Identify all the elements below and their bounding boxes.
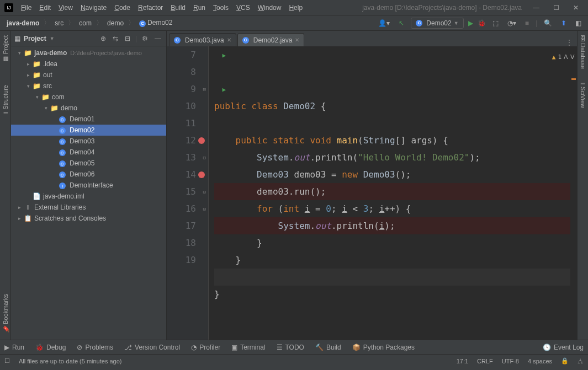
code-line[interactable]: System.out.println(i); [214,217,577,234]
tree-node[interactable]: IDemoInterface [11,180,166,191]
project-tree[interactable]: ▾📁java-demoD:\IdeaProjects\java-demo▸📁.i… [11,46,166,340]
memory-icon[interactable]: ⛼ [578,358,584,364]
indent-info[interactable]: 4 spaces [528,358,552,364]
menu-edit[interactable]: Edit [36,3,54,13]
profile-button[interactable]: ◔▾ [505,18,518,28]
structure-tool-button[interactable]: ⦀ Structure [2,85,9,114]
tool-window-todo[interactable]: ☰TODO [277,344,304,351]
collapse-all-icon[interactable]: ⊟ [123,35,132,42]
gear-icon[interactable]: ⚙ [140,35,150,42]
fold-icon[interactable]: ⊟ [203,200,206,217]
code-line[interactable]: Demo03 demo03 = new Demo03(); [214,166,577,183]
breadcrumb-item[interactable]: src [52,18,66,28]
expand-all-icon[interactable]: ⇆ [111,35,120,42]
tree-node[interactable]: CDemo03 [11,136,166,147]
close-button[interactable]: ✕ [568,4,584,12]
tree-node[interactable]: ▸📋Scratches and Consoles [11,213,166,224]
breakpoint-icon[interactable] [198,171,205,178]
breadcrumb-item[interactable]: com [77,18,94,28]
file-encoding[interactable]: UTF-8 [502,358,519,364]
prev-highlight-icon[interactable]: ᐱ [564,49,568,66]
coverage-button[interactable]: ⬚ [490,18,501,28]
bookmarks-tool-button[interactable]: 🔖 Bookmarks [2,294,9,333]
tree-node[interactable]: CDemo02 [11,125,166,136]
code-line[interactable] [214,303,577,320]
editor-scrollbar[interactable] [570,62,577,340]
tree-node[interactable]: CDemo04 [11,147,166,158]
code-line[interactable] [214,269,577,286]
select-opened-icon[interactable]: ⊕ [99,35,108,42]
breadcrumb-item[interactable]: CDemo02 [137,18,174,28]
line-separator[interactable]: CRLF [477,358,493,364]
tree-node[interactable]: CDemo05 [11,158,166,169]
back-icon[interactable]: ↖ [396,18,406,28]
status-indicator-icon[interactable]: ☐ [4,357,10,364]
code-content[interactable]: ▲ 1 ᐱ ᐯ public class Demo02 { public sta… [209,46,577,340]
close-tab-icon[interactable]: ✕ [227,37,231,43]
tree-node[interactable]: ▸📁out [11,69,166,81]
close-tab-icon[interactable]: ✕ [295,37,299,43]
sciview-tool-button[interactable]: ⦀ SciView [580,82,586,108]
stop-button[interactable]: ■ [523,18,531,28]
menu-build[interactable]: Build [167,3,189,13]
debug-button[interactable]: 🐞 [478,19,486,27]
code-line[interactable]: for (int i = 0; i < 3; i++) { [214,200,577,217]
read-only-icon[interactable]: 🔒 [561,357,569,364]
tree-node[interactable]: 📄java-demo.iml [11,191,166,202]
chevron-down-icon[interactable]: ▼ [50,36,55,41]
tool-window-terminal[interactable]: ▣Terminal [231,344,265,351]
database-tool-button[interactable]: 🗄 Database [580,35,586,69]
tree-node[interactable]: ▸📁.idea [11,58,166,69]
tree-node[interactable]: ▾📁java-demoD:\IdeaProjects\java-demo [11,47,166,58]
breakpoint-icon[interactable] [198,137,205,144]
tab-options-icon[interactable]: ⋮ [561,39,577,46]
code-line[interactable]: } [214,286,577,303]
maximize-button[interactable]: ☐ [548,4,564,12]
tool-window-problems[interactable]: ⊘Problems [77,344,113,351]
fold-icon[interactable]: ⊟ [203,149,206,166]
code-editor[interactable]: 7▶89▶⊟10111213⊟1415⊟16⊟171819 ▲ 1 ᐱ ᐯ pu… [167,46,577,340]
tool-window-build[interactable]: 🔨Build [315,344,341,351]
tree-node[interactable]: CDemo01 [11,114,166,125]
breadcrumb-item[interactable]: demo [105,18,126,28]
code-line[interactable]: public static void main(String[] args) { [214,132,577,149]
breadcrumb-item[interactable]: java-demo [4,18,41,28]
menu-refactor[interactable]: Refactor [135,3,166,13]
editor-gutter[interactable]: 7▶89▶⊟10111213⊟1415⊟16⊟171819 [167,46,209,340]
tool-window-profiler[interactable]: ◔Profiler [191,344,220,351]
tree-node[interactable]: ▾📁src [11,81,166,92]
run-button[interactable]: ▶ [468,19,473,27]
fold-icon[interactable]: ⊟ [203,183,206,200]
event-log-button[interactable]: 🕓Event Log [543,344,584,351]
menu-vcs[interactable]: VCS [233,3,253,13]
menu-tools[interactable]: Tools [210,3,232,13]
tool-window-run[interactable]: ▶Run [4,344,24,351]
run-config-selector[interactable]: C Demo02 ▼ [411,18,463,29]
tool-window-python-packages[interactable]: 📦Python Packages [352,344,415,351]
fold-icon[interactable]: ⊟ [203,81,206,98]
menu-navigate[interactable]: Navigate [77,3,110,13]
tool-window-debug[interactable]: 🐞Debug [35,344,66,351]
menu-view[interactable]: View [55,3,76,13]
code-line[interactable]: demo03.run(); [214,183,577,200]
caret-position[interactable]: 17:1 [457,358,468,364]
tree-node[interactable]: ▸⦀External Libraries [11,202,166,213]
search-icon[interactable]: 🔍 [542,18,554,28]
tree-node[interactable]: ▾📁com [11,92,166,103]
code-line[interactable]: } [214,234,577,251]
editor-tab[interactable]: CDemo02.java✕ [237,33,305,46]
tree-node[interactable]: ▾📁demo [11,103,166,114]
tree-node[interactable]: CDemo06 [11,169,166,180]
code-line[interactable]: } [214,251,577,269]
update-icon[interactable]: ⬆ [559,18,569,28]
menu-help[interactable]: Help [285,3,306,13]
project-tool-button[interactable]: ▦ Project [2,35,9,63]
editor-tab[interactable]: CDemo03.java✕ [169,33,236,46]
hide-icon[interactable]: — [153,35,163,42]
menu-run[interactable]: Run [190,3,209,13]
tool-window-version-control[interactable]: ⎇Version Control [124,344,180,351]
add-user-icon[interactable]: 👤▾ [376,18,392,28]
ide-settings-icon[interactable]: ◧ [573,18,584,28]
menu-code[interactable]: Code [111,3,134,13]
code-line[interactable]: System.out.println("Hello World! Demo02"… [214,149,577,166]
